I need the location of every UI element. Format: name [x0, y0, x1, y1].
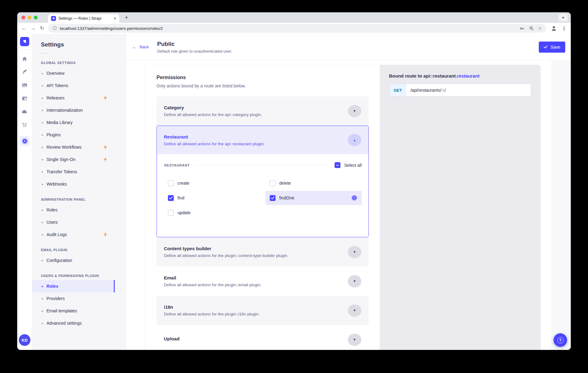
- password-key-icon[interactable]: [519, 26, 525, 31]
- browser-back-icon[interactable]: ←: [22, 26, 26, 31]
- permission-delete: delete: [265, 176, 362, 190]
- page-header: ← Back Public Default role given to unau…: [126, 34, 571, 60]
- profile-avatar-icon[interactable]: [550, 25, 557, 32]
- site-info-icon[interactable]: ⓘ: [53, 26, 57, 31]
- advanced-settings-cog-icon[interactable]: [351, 195, 357, 201]
- select-all-checkbox[interactable]: [335, 162, 340, 168]
- bullet-icon: •: [42, 321, 43, 326]
- accordion-restaurant-header[interactable]: RestaurantDefine all allowed actions for…: [157, 126, 368, 154]
- bound-route-title-highlight: .restaurant: [456, 73, 480, 78]
- subnav-item-label: Providers: [46, 296, 65, 301]
- subnav-item-plugins[interactable]: •Plugins: [32, 129, 115, 141]
- strapi-favicon-icon: [51, 16, 56, 21]
- chevron-down-icon: ▼: [353, 309, 356, 312]
- address-bar[interactable]: ⓘ localhost:1337/admin/settings/users-pe…: [48, 24, 546, 33]
- create-checkbox[interactable]: [168, 180, 174, 186]
- route-path-base: /api/restaurants/: [411, 88, 441, 93]
- expand-accordion-button[interactable]: ▼: [348, 334, 361, 346]
- accordion-description: Define all allowed actions for the plugi…: [164, 253, 288, 258]
- accordion-i18n[interactable]: i18nDefine all allowed actions for the p…: [157, 296, 369, 325]
- content-manager-icon[interactable]: [22, 69, 28, 75]
- tab-overflow-chevron-icon[interactable]: ▾: [558, 14, 568, 21]
- settings-gear-icon[interactable]: [19, 136, 30, 146]
- lightning-icon: [103, 95, 107, 100]
- save-button[interactable]: Save: [539, 42, 565, 53]
- accordion-content-types-builder[interactable]: Content types builderDefine all allowed …: [157, 237, 369, 267]
- expand-accordion-button[interactable]: ▼: [348, 105, 361, 117]
- zoom-page-icon[interactable]: [529, 26, 534, 31]
- content-type-builder-icon[interactable]: [22, 95, 28, 102]
- back-label: Back: [140, 45, 149, 49]
- accordion-email[interactable]: EmailDefine all allowed actions for the …: [157, 267, 369, 296]
- collapse-accordion-button[interactable]: ▲: [348, 134, 361, 146]
- browser-forward-icon[interactable]: →: [31, 26, 36, 31]
- deploy-cloud-icon[interactable]: [22, 109, 28, 115]
- subnav-item-email-templates[interactable]: •Email templates: [32, 305, 115, 317]
- strapi-logo-icon[interactable]: [20, 37, 29, 46]
- subnav-item-media-library[interactable]: •Media Library: [32, 116, 115, 129]
- tab-title: Settings — Roles | Strapi: [58, 16, 111, 21]
- maximize-window-button[interactable]: [34, 16, 38, 19]
- expand-accordion-button[interactable]: ▼: [348, 304, 361, 317]
- subnav-item-api-tokens[interactable]: •API Tokens: [32, 79, 115, 92]
- subnav-item-users[interactable]: •Users: [32, 216, 115, 228]
- subnav-item-review-workflows[interactable]: •Review Workflows: [32, 141, 115, 153]
- browser-menu-dots-icon[interactable]: ⋮: [562, 26, 566, 31]
- bound-route-title-prefix: Bound route to api::restaurant: [389, 73, 456, 78]
- chevron-down-icon: ▼: [353, 250, 356, 254]
- permissions-checkbox-grid: createdeletefindfindOneupdate: [164, 176, 362, 220]
- permission-findOne: findOne: [265, 191, 362, 205]
- subnav-item-internationalization[interactable]: •Internationalization: [32, 104, 115, 116]
- subnav-item-label: Overview: [46, 71, 64, 76]
- expand-accordion-button[interactable]: ▼: [348, 275, 361, 287]
- accordion-upload[interactable]: Upload▼: [157, 325, 369, 350]
- accordion-description: Define all allowed actions for the plugi…: [164, 312, 260, 316]
- findOne-checkbox[interactable]: [270, 195, 276, 201]
- scroll-gutter[interactable]: [551, 60, 571, 350]
- subnav-item-roles[interactable]: •Roles: [32, 204, 115, 216]
- home-icon[interactable]: [22, 56, 28, 62]
- delete-checkbox[interactable]: [270, 180, 276, 186]
- subnav-item-label: Releases: [46, 95, 64, 100]
- restaurant-permissions-body: RESTAURANTSelect allcreatedeletefindfind…: [157, 154, 368, 237]
- update-checkbox[interactable]: [168, 210, 174, 216]
- expand-accordion-button[interactable]: ▼: [348, 246, 361, 258]
- bound-route-title: Bound route to api::restaurant.restauran…: [389, 73, 531, 78]
- subnav-title: Settings: [41, 41, 126, 48]
- back-link[interactable]: ← Back: [132, 44, 149, 50]
- subnav-item-single-sign-on[interactable]: •Single Sign-On: [32, 153, 115, 166]
- permission-label: findOne: [279, 195, 294, 200]
- user-avatar[interactable]: KD: [19, 334, 30, 346]
- subnav-item-overview[interactable]: •Overview: [32, 67, 115, 79]
- subnav-item-webhooks[interactable]: •Webhooks: [32, 178, 115, 190]
- bullet-icon: •: [42, 133, 43, 137]
- subnav-item-audit-logs[interactable]: •Audit Logs: [32, 228, 115, 241]
- url-text[interactable]: localhost:1337/admin/settings/users-perm…: [60, 26, 516, 31]
- subnav-item-advanced-settings[interactable]: •Advanced settings: [32, 317, 115, 329]
- select-all-label: Select all: [344, 163, 362, 168]
- browser-window: Settings — Roles | Strapi × + ▾ ← → ↻ ⓘ …: [17, 12, 571, 350]
- strapi-app: KD Settings GLOBAL SETTINGS•Overview•API…: [17, 34, 571, 350]
- bullet-icon: •: [42, 232, 43, 237]
- accordion-category[interactable]: CategoryDefine all allowed actions for t…: [157, 96, 369, 126]
- bullet-icon: •: [42, 296, 43, 301]
- bookmark-star-icon[interactable]: ☆: [538, 26, 542, 31]
- help-button[interactable]: ?: [554, 333, 567, 347]
- tab-close-icon[interactable]: ×: [114, 16, 116, 21]
- browser-tab[interactable]: Settings — Roles | Strapi ×: [48, 14, 119, 23]
- minimize-window-button[interactable]: [28, 16, 31, 19]
- subnav-item-transfer-tokens[interactable]: •Transfer Tokens: [32, 166, 115, 178]
- save-label: Save: [550, 45, 560, 50]
- media-library-icon[interactable]: [22, 82, 28, 88]
- subnav-item-roles[interactable]: •Roles: [32, 280, 115, 292]
- marketplace-cart-icon[interactable]: [22, 122, 28, 128]
- subnav-item-configuration[interactable]: •Configuration: [32, 254, 115, 267]
- subnav-item-releases[interactable]: •Releases: [32, 92, 115, 104]
- indeterminate-minus-icon: [336, 165, 339, 166]
- subnav-item-providers[interactable]: •Providers: [32, 292, 115, 305]
- find-checkbox[interactable]: [168, 195, 174, 201]
- bullet-icon: •: [42, 220, 43, 225]
- new-tab-button[interactable]: +: [125, 14, 128, 21]
- browser-reload-icon[interactable]: ↻: [40, 26, 44, 31]
- close-window-button[interactable]: [22, 16, 25, 19]
